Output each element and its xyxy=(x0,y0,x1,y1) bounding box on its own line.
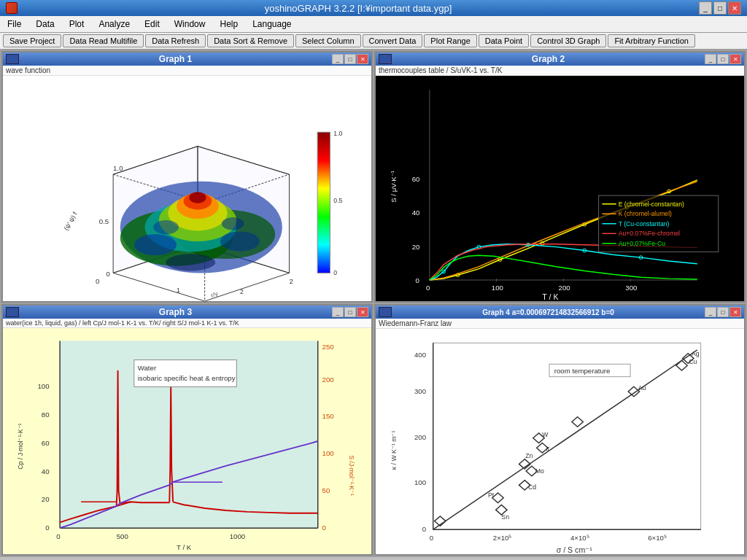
svg-text:T / K: T / K xyxy=(177,543,192,551)
graph2-close[interactable]: ✕ xyxy=(729,54,741,64)
svg-text:Cu: Cu xyxy=(689,358,697,365)
graph2-content: 0 100 200 300 0 20 40 60 T / K S / μV·K⁻… xyxy=(376,76,744,301)
svg-text:Sn: Sn xyxy=(501,513,509,521)
svg-text:2×10⁵: 2×10⁵ xyxy=(493,534,512,542)
select-column-button[interactable]: Select Column xyxy=(295,34,361,47)
svg-point-16 xyxy=(189,192,206,203)
title-bar: yoshinoGRAPH 3.2.2 [I:¥important data.yg… xyxy=(0,0,747,16)
svg-text:room temperature: room temperature xyxy=(554,367,611,375)
svg-text:250: 250 xyxy=(322,343,334,351)
svg-text:200: 200 xyxy=(414,433,426,441)
save-project-button[interactable]: Save Project xyxy=(3,34,61,47)
svg-text:0: 0 xyxy=(96,277,99,285)
svg-text:0.5: 0.5 xyxy=(333,197,342,204)
svg-text:0: 0 xyxy=(333,269,337,276)
convert-data-button[interactable]: Convert Data xyxy=(363,34,423,47)
svg-text:Zn: Zn xyxy=(525,452,533,459)
graph1-window: Graph 1 _ □ ✕ wave function xyxy=(1,51,373,303)
graph2-minimize[interactable]: _ xyxy=(705,54,716,64)
svg-text:K (chromel-alumel): K (chromel-alumel) xyxy=(619,210,672,217)
svg-text:40: 40 xyxy=(412,209,420,217)
graph1-label: wave function xyxy=(3,66,371,76)
graph4-titlebar: Graph 4 a=0.000697214832566912 b=0 _ □ ✕ xyxy=(376,306,744,319)
graph3-svg: 0 20 40 60 80 100 0 50 100 150 200 250 0… xyxy=(3,328,371,554)
maximize-button[interactable]: □ xyxy=(713,1,727,15)
graph4-minimize[interactable]: _ xyxy=(705,307,716,317)
svg-text:100: 100 xyxy=(492,284,503,292)
svg-text:2: 2 xyxy=(240,288,244,295)
data-sort-remove-button[interactable]: Data Sort & Remove xyxy=(207,34,294,47)
graph1-titlebar: Graph 1 _ □ ✕ xyxy=(3,52,371,66)
svg-text:T (Cu-constantan): T (Cu-constantan) xyxy=(619,220,670,228)
plot-range-button[interactable]: Plot Range xyxy=(424,34,476,47)
graph2-title: Graph 2 xyxy=(392,54,705,64)
svg-point-20 xyxy=(153,220,179,234)
svg-text:300: 300 xyxy=(625,284,637,292)
svg-text:isobaric specific heat & entro: isobaric specific heat & entropy xyxy=(138,374,236,382)
minimize-button[interactable]: _ xyxy=(699,1,712,15)
window-controls: _ □ ✕ xyxy=(699,1,741,15)
svg-text:(ψ' ψ) f: (ψ' ψ) f xyxy=(62,210,78,231)
menu-data[interactable]: Data xyxy=(31,18,58,31)
menu-analyze[interactable]: Analyze xyxy=(94,18,134,31)
svg-text:0: 0 xyxy=(322,524,326,532)
svg-text:1000: 1000 xyxy=(230,532,246,540)
fit-arbitrary-function-button[interactable]: Fit Arbitrary Function xyxy=(608,34,694,47)
svg-text:σ / S cm⁻¹: σ / S cm⁻¹ xyxy=(557,545,593,554)
svg-text:κ / W K⁻¹ m⁻¹: κ / W K⁻¹ m⁻¹ xyxy=(390,431,398,470)
svg-text:Au+0.07%Fe-chromel: Au+0.07%Fe-chromel xyxy=(619,230,680,237)
svg-text:40: 40 xyxy=(42,467,50,475)
svg-text:60: 60 xyxy=(412,175,420,183)
svg-text:S /J·mol⁻¹·K⁻¹: S /J·mol⁻¹·K⁻¹ xyxy=(348,455,355,496)
svg-text:Cd: Cd xyxy=(528,483,536,491)
svg-text:Cp / J·mol⁻¹·K⁻¹: Cp / J·mol⁻¹·K⁻¹ xyxy=(17,423,24,469)
graph4-close[interactable]: ✕ xyxy=(729,307,741,317)
graph1-svg: 0 0 2 1.0 0.5 0 (ψ' ψ) f 1 2 1 r/y 1.0 xyxy=(3,76,371,301)
graph2-icon xyxy=(379,54,392,64)
svg-text:Water: Water xyxy=(138,364,157,372)
graph3-minimize[interactable]: _ xyxy=(332,307,344,317)
graph3-maximize[interactable]: □ xyxy=(344,307,356,317)
toolbar: Save Project Data Read Multifile Data Re… xyxy=(0,33,747,50)
svg-text:400: 400 xyxy=(414,351,426,359)
graph4-content: 0 100 200 300 400 0 2×10⁵ 4×10⁵ 6×10⁵ σ … xyxy=(376,329,744,554)
graph3-label: water(ice 1h, liquid, gas) / left Cp/J m… xyxy=(3,319,371,328)
menu-plot[interactable]: Plot xyxy=(65,18,89,31)
close-button[interactable]: ✕ xyxy=(728,1,741,15)
graph2-label: thermocouples table / S/uVK-1 vs. T/K xyxy=(376,66,744,76)
graph4-svg: 0 100 200 300 400 0 2×10⁵ 4×10⁵ 6×10⁵ σ … xyxy=(376,329,744,554)
svg-point-18 xyxy=(220,231,260,251)
graph3-close[interactable]: ✕ xyxy=(357,307,368,317)
data-refresh-button[interactable]: Data Refresh xyxy=(145,34,206,47)
svg-point-19 xyxy=(166,254,216,271)
graph2-maximize[interactable]: □ xyxy=(717,54,729,64)
graph2-controls: _ □ ✕ xyxy=(705,54,741,64)
svg-text:200: 200 xyxy=(322,376,334,384)
menu-help[interactable]: Help xyxy=(215,18,242,31)
data-point-button[interactable]: Data Point xyxy=(479,34,529,47)
control-3d-graph-button[interactable]: Control 3D Graph xyxy=(530,34,606,47)
graph1-maximize[interactable]: □ xyxy=(344,54,356,64)
graph1-minimize[interactable]: _ xyxy=(332,54,344,64)
svg-text:Mo: Mo xyxy=(535,467,544,475)
data-read-multifile-button[interactable]: Data Read Multifile xyxy=(63,34,144,47)
graph1-controls: _ □ ✕ xyxy=(332,54,368,64)
svg-text:100: 100 xyxy=(37,382,49,390)
svg-text:300: 300 xyxy=(414,387,426,395)
svg-text:100: 100 xyxy=(322,449,334,457)
svg-text:0: 0 xyxy=(56,532,60,540)
svg-rect-33 xyxy=(317,132,330,273)
svg-text:r/y: r/y xyxy=(210,289,220,299)
graph1-close[interactable]: ✕ xyxy=(357,54,368,64)
graph2-titlebar: Graph 2 _ □ ✕ xyxy=(376,52,744,66)
menu-edit[interactable]: Edit xyxy=(140,18,164,31)
graph4-label: Wiedemann-Franz law xyxy=(376,319,744,329)
menu-window[interactable]: Window xyxy=(170,18,210,31)
svg-point-21 xyxy=(222,217,244,230)
graph4-title: Graph 4 a=0.000697214832566912 b=0 xyxy=(392,308,705,316)
svg-text:20: 20 xyxy=(42,495,50,503)
menu-file[interactable]: File xyxy=(3,18,26,31)
svg-text:100: 100 xyxy=(414,478,426,486)
menu-language[interactable]: Language xyxy=(248,18,295,31)
graph4-maximize[interactable]: □ xyxy=(717,307,729,317)
